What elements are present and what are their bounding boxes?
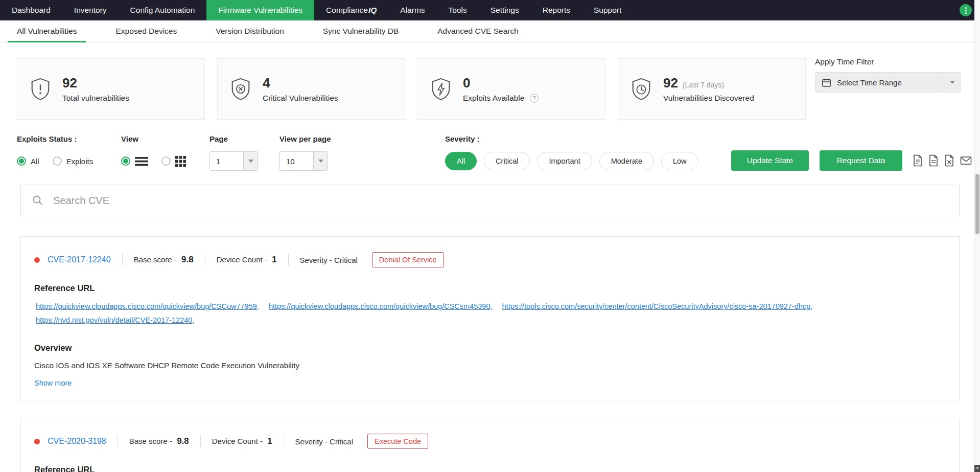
reference-link: https://quickview.cloudapps.cisco.com/qu… bbox=[34, 302, 259, 310]
summary-card-vulnerabilities-discovered: 92 (Last 7 days) Vulnerabilities Discove… bbox=[618, 58, 806, 120]
reference-url-heading: Reference URL bbox=[34, 283, 946, 293]
request-data-button[interactable]: Request Data bbox=[820, 150, 902, 171]
discovered-count: 92 bbox=[663, 75, 678, 91]
severity-dot-icon bbox=[34, 257, 40, 263]
divider bbox=[284, 436, 284, 447]
overview-text: Cisco IOS and IOS XE Software DHCP Remot… bbox=[34, 361, 946, 370]
nav-item-reports[interactable]: Reports bbox=[531, 0, 582, 20]
tab-advanced-cve-search[interactable]: Advanced CVE Search bbox=[428, 20, 528, 42]
exploits-available-label: Exploits Available bbox=[463, 94, 524, 103]
nav-item-settings[interactable]: Settings bbox=[479, 0, 531, 20]
view-list-radio[interactable] bbox=[121, 156, 130, 166]
nav-item-complianceiq[interactable]: ComplianceIQ bbox=[314, 0, 388, 20]
reference-url-heading: Reference URL bbox=[34, 465, 946, 472]
help-icon[interactable]: ? bbox=[530, 94, 539, 103]
discovered-period: (Last 7 days) bbox=[683, 81, 724, 89]
nav-item-alarms[interactable]: Alarms bbox=[388, 0, 436, 20]
view-per-page-label: View per page bbox=[279, 134, 331, 143]
divider bbox=[122, 254, 123, 265]
reference-link: https://quickview.cloudapps.cisco.com/qu… bbox=[267, 302, 493, 310]
view-group: View bbox=[121, 134, 186, 171]
search-input[interactable] bbox=[52, 194, 959, 207]
reference-url-link[interactable]: https://nvd.nist.gov/vuln/detail/CVE-201… bbox=[36, 316, 192, 324]
scrollbar-thumb[interactable] bbox=[975, 174, 979, 234]
view-grid-radio[interactable] bbox=[161, 156, 171, 166]
nav-item-config-automation[interactable]: Config Automation bbox=[119, 0, 207, 20]
shield-clock-icon bbox=[629, 77, 653, 101]
exploits-status-all-radio[interactable] bbox=[17, 156, 26, 166]
tab-version-distribution[interactable]: Version Distribution bbox=[206, 20, 293, 42]
shield-cross-icon bbox=[229, 77, 252, 101]
search-icon bbox=[32, 195, 43, 206]
view-per-page-select[interactable]: 10 bbox=[279, 151, 328, 171]
page-group: Page 1 bbox=[209, 134, 258, 171]
chevron-down-icon bbox=[313, 152, 328, 170]
exploits-status-all-label: All bbox=[31, 157, 39, 166]
cve-link[interactable]: CVE-2017-12240 bbox=[48, 255, 111, 264]
view-per-page-group: View per page 10 bbox=[279, 134, 331, 171]
tab-sync-vulnerability-db[interactable]: Sync Vulnerability DB bbox=[314, 20, 408, 42]
scrollbar-down-button[interactable] bbox=[974, 465, 980, 472]
nav-item-firmware-vulnerabilities[interactable]: Firmware Vulnerabilities bbox=[206, 0, 314, 20]
nav-item-support[interactable]: Support bbox=[582, 0, 633, 20]
exploits-status-exploits-radio[interactable] bbox=[53, 156, 62, 166]
device-count: Device Count - 1 bbox=[217, 255, 277, 265]
nav-spacer bbox=[633, 0, 960, 20]
page-select-value: 1 bbox=[210, 157, 243, 166]
severity-pill-low[interactable]: Low bbox=[661, 152, 698, 170]
cve-link[interactable]: CVE-2020-3198 bbox=[48, 437, 106, 446]
divider bbox=[118, 436, 118, 447]
device-count: Device Count - 1 bbox=[212, 436, 272, 446]
exploits-status-label: Exploits Status : bbox=[17, 134, 93, 143]
severity-pill-moderate[interactable]: Moderate bbox=[599, 152, 654, 170]
shield-alert-icon bbox=[29, 77, 52, 101]
export-icons bbox=[913, 154, 972, 167]
divider bbox=[288, 254, 289, 265]
nav-item-inventory[interactable]: Inventory bbox=[62, 0, 119, 20]
page-select[interactable]: 1 bbox=[209, 151, 258, 171]
reference-url-link[interactable]: https://tools.cisco.com/security/center/… bbox=[502, 302, 811, 310]
summary-card-critical-vulnerabilities: 4 Critical Vulnerabilities bbox=[217, 58, 405, 120]
base-score: Base score - 9.8 bbox=[134, 255, 194, 265]
nav-item-dashboard[interactable]: Dashboard bbox=[0, 0, 62, 20]
summary-card-total-vulnerabilities: 92 Total vulnerabilities bbox=[17, 58, 205, 120]
severity-pill-important[interactable]: Important bbox=[537, 152, 592, 170]
reference-url-link[interactable]: https://quickview.cloudapps.cisco.com/qu… bbox=[269, 302, 491, 310]
severity-text: Severity - Critical bbox=[300, 256, 358, 264]
export-csv-icon[interactable] bbox=[928, 154, 939, 167]
nav-item-tools[interactable]: Tools bbox=[437, 0, 479, 20]
reference-links: https://quickview.cloudapps.cisco.com/qu… bbox=[34, 300, 946, 327]
export-xls-icon[interactable] bbox=[944, 154, 954, 167]
view-label: View bbox=[121, 134, 186, 143]
complianceiq-label: Compliance bbox=[326, 6, 368, 15]
vulnerability-type-badge: Denial Of Service bbox=[372, 252, 444, 267]
total-vulnerabilities-count: 92 bbox=[62, 75, 77, 91]
tab-all-vulnerabilities[interactable]: All Vulnerabilities bbox=[8, 20, 86, 42]
top-navigation: Dashboard Inventory Config Automation Fi… bbox=[0, 0, 980, 20]
overview-heading: Overview bbox=[34, 343, 946, 353]
total-vulnerabilities-label: Total vulnerabilities bbox=[62, 94, 129, 103]
vulnerability-card: CVE-2017-12240 Base score - 9.8 Device C… bbox=[20, 236, 960, 401]
chevron-down-icon bbox=[243, 152, 258, 170]
tab-exposed-devices[interactable]: Exposed Devices bbox=[106, 20, 186, 42]
vertical-scrollbar[interactable] bbox=[974, 0, 980, 472]
severity-pill-critical[interactable]: Critical bbox=[484, 152, 530, 170]
chevron-down-icon bbox=[944, 73, 960, 92]
grid-view-icon[interactable] bbox=[175, 156, 186, 167]
email-icon[interactable] bbox=[960, 154, 972, 167]
severity-label: Severity : bbox=[445, 134, 706, 143]
quick-menu-icon[interactable] bbox=[960, 4, 972, 16]
time-range-select[interactable]: Select Time Range bbox=[815, 72, 961, 93]
update-state-button[interactable]: Update State bbox=[731, 150, 809, 171]
critical-vulnerabilities-label: Critical Vulnerabilities bbox=[263, 94, 338, 103]
exploits-status-group: Exploits Status : All Exploits bbox=[17, 134, 93, 171]
view-per-page-value: 10 bbox=[280, 157, 313, 166]
reference-url-link[interactable]: https://quickview.cloudapps.cisco.com/qu… bbox=[36, 302, 257, 310]
export-pdf-icon[interactable] bbox=[913, 154, 923, 167]
calendar-icon bbox=[822, 78, 831, 87]
reference-link: https://nvd.nist.gov/vuln/detail/CVE-201… bbox=[34, 316, 194, 324]
show-more-link[interactable]: Show more bbox=[34, 379, 72, 387]
list-view-icon[interactable] bbox=[135, 156, 148, 166]
time-filter-label: Apply Time Filter bbox=[815, 57, 961, 66]
severity-pill-all[interactable]: All bbox=[445, 152, 477, 170]
